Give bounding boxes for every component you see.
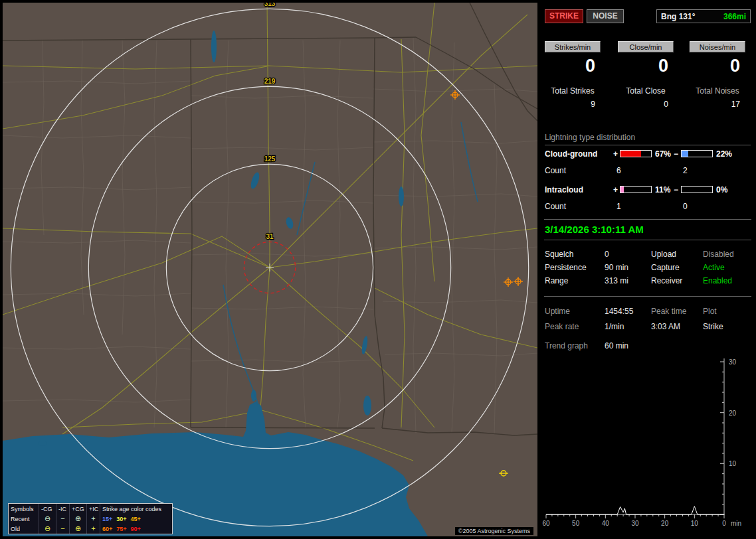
legend-age-title: Strike age color codes xyxy=(100,504,172,514)
receiver-status: Enabled xyxy=(703,276,732,285)
total-noises: Total Noises 17 xyxy=(690,86,745,109)
status-panel: STRIKE NOISE Bng 131° 366mi Strikes/min … xyxy=(541,0,756,539)
noises-per-min-button[interactable]: Noises/min xyxy=(690,41,745,52)
svg-text:30: 30 xyxy=(729,358,737,366)
cg-negative-bar-fill xyxy=(682,151,688,157)
capture-status: Active xyxy=(703,263,725,272)
svg-text:125: 125 xyxy=(264,155,276,163)
uptime-label: Uptime xyxy=(545,307,570,316)
current-datetime: 3/14/2026 3:10:11 AM xyxy=(545,224,644,235)
intracloud-label: Intracloud xyxy=(545,185,583,194)
close-per-min-button[interactable]: Close/min xyxy=(618,41,674,52)
legend-header-neg-cg: -CG xyxy=(39,504,56,514)
lightning-map[interactable]: 31125219313 Symbols -CG -IC +CG +IC Stri… xyxy=(3,3,537,536)
upload-status: Disabled xyxy=(703,250,734,259)
strikes-per-min-button[interactable]: Strikes/min xyxy=(545,41,601,52)
divider xyxy=(544,240,751,240)
ic-positive-count: 1 xyxy=(616,202,621,211)
legend-header-neg-ic: -IC xyxy=(56,504,70,514)
persistence-label: Persistence xyxy=(545,263,587,272)
capture-label: Capture xyxy=(651,263,680,272)
pos-ic-old-icon: + xyxy=(87,524,100,534)
ic-count-label: Count xyxy=(545,202,566,211)
distribution-title: Lightning type distribution xyxy=(545,133,751,145)
age-code: 30+ xyxy=(116,514,126,524)
legend-header-pos-cg: +CG xyxy=(70,504,87,514)
stormvue-window: 31125219313 Symbols -CG -IC +CG +IC Stri… xyxy=(0,0,756,539)
trend-window-value: 60 min xyxy=(605,341,628,350)
neg-ic-old-icon: − xyxy=(56,524,70,534)
copyright-notice: ©2005 Astrogenic Systems xyxy=(455,527,533,535)
legend-ages-old: 60+ 75+ 90+ xyxy=(100,524,172,534)
total-strikes-value: 9 xyxy=(545,100,601,109)
cloud-ground-label: Cloud-ground xyxy=(545,149,597,159)
age-code: 90+ xyxy=(131,524,141,534)
legend-header-symbols: Symbols xyxy=(9,504,39,514)
svg-text:50: 50 xyxy=(572,520,580,527)
legend-ages-recent: 15+ 30+ 45+ xyxy=(100,514,172,524)
pos-ic-recent-icon: + xyxy=(87,514,100,524)
ic-positive-pct: 11% xyxy=(655,185,670,194)
neg-cg-recent-icon: ⊖ xyxy=(39,514,56,524)
total-strikes-label: Total Strikes xyxy=(545,86,601,96)
close-per-min-value: 0 xyxy=(618,56,674,76)
range-label: Range xyxy=(545,276,568,285)
plot-label: Plot xyxy=(703,307,717,316)
plot-value: Strike xyxy=(703,322,723,331)
cg-negative-count: 2 xyxy=(683,166,688,175)
legend-row-old-label: Old xyxy=(9,524,39,534)
legend-header-pos-ic: +IC xyxy=(87,504,100,514)
svg-text:20: 20 xyxy=(661,520,669,527)
svg-text:31: 31 xyxy=(266,233,274,240)
receiver-label: Receiver xyxy=(651,276,682,285)
svg-text:313: 313 xyxy=(264,3,276,7)
squelch-label: Squelch xyxy=(545,250,573,259)
ic-positive-bar xyxy=(620,186,652,193)
persistence-value: 90 min xyxy=(605,263,628,272)
ic-negative-count: 0 xyxy=(683,202,688,211)
trend-graph-label: Trend graph xyxy=(545,341,588,350)
svg-text:10: 10 xyxy=(691,520,699,527)
svg-text:30: 30 xyxy=(631,520,639,527)
plus-sign: + xyxy=(613,149,618,159)
age-code: 60+ xyxy=(102,524,112,534)
peak-time-value: 3:03 AM xyxy=(651,322,680,331)
upload-label: Upload xyxy=(651,250,676,259)
noises-per-min-value: 0 xyxy=(690,56,745,76)
svg-text:219: 219 xyxy=(264,78,276,85)
divider xyxy=(544,296,751,297)
peak-time-label: Peak time xyxy=(651,307,686,316)
total-close-value: 0 xyxy=(618,100,674,109)
map-canvas: 31125219313 xyxy=(3,3,537,536)
total-close: Total Close 0 xyxy=(618,86,674,109)
strike-indicator-button[interactable]: STRIKE xyxy=(545,9,583,23)
age-code: 45+ xyxy=(131,514,141,524)
range-value: 313 mi xyxy=(605,276,628,285)
total-close-label: Total Close xyxy=(618,86,674,96)
cg-negative-bar xyxy=(681,150,713,157)
ic-negative-pct: 0% xyxy=(716,185,727,194)
svg-text:0: 0 xyxy=(722,520,726,527)
svg-text:10: 10 xyxy=(729,460,737,467)
peak-rate-value: 1/min xyxy=(605,322,624,331)
cg-positive-pct: 67% xyxy=(655,149,671,159)
age-code: 15+ xyxy=(102,514,112,524)
divider xyxy=(544,219,751,220)
neg-cg-old-icon: ⊖ xyxy=(39,524,56,534)
svg-text:60: 60 xyxy=(542,520,550,527)
uptime-value: 1454:55 xyxy=(605,307,633,316)
strikes-per-min-value: 0 xyxy=(545,56,601,76)
squelch-value: 0 xyxy=(605,250,609,259)
age-code: 75+ xyxy=(116,524,126,534)
plus-sign: + xyxy=(613,185,618,194)
minus-sign: − xyxy=(674,185,678,194)
svg-text:min: min xyxy=(731,520,741,527)
bearing-readout: Bng 131° 366mi xyxy=(656,9,751,23)
pos-cg-recent-icon: ⊕ xyxy=(70,514,87,524)
total-noises-label: Total Noises xyxy=(690,86,745,96)
bearing-range-value: 366mi xyxy=(723,12,746,21)
total-noises-value: 17 xyxy=(690,100,745,109)
minus-sign: − xyxy=(674,149,678,159)
ic-negative-bar xyxy=(681,186,713,193)
noise-indicator-button[interactable]: NOISE xyxy=(587,9,624,23)
